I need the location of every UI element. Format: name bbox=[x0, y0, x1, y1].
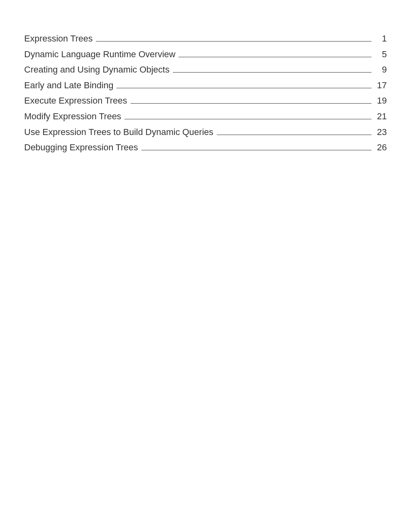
toc-entry: Use Expression Trees to Build Dynamic Qu… bbox=[24, 127, 387, 138]
toc-page-number: 23 bbox=[375, 127, 387, 138]
toc-leader bbox=[131, 103, 372, 104]
toc-entry: Modify Expression Trees 21 bbox=[24, 111, 387, 123]
toc-title[interactable]: Use Expression Trees to Build Dynamic Qu… bbox=[24, 127, 214, 138]
toc-title[interactable]: Modify Expression Trees bbox=[24, 111, 121, 123]
toc-page-number: 21 bbox=[375, 111, 387, 123]
toc-entry: Debugging Expression Trees 26 bbox=[24, 142, 387, 154]
toc-title[interactable]: Execute Expression Trees bbox=[24, 95, 127, 107]
toc-page-number: 9 bbox=[375, 64, 387, 76]
toc-entry: Expression Trees 1 bbox=[24, 33, 387, 45]
toc-page-number: 5 bbox=[375, 49, 387, 60]
table-of-contents: Expression Trees 1 Dynamic Language Runt… bbox=[24, 33, 387, 154]
toc-page-number: 26 bbox=[375, 142, 387, 154]
toc-entry: Creating and Using Dynamic Objects 9 bbox=[24, 64, 387, 76]
toc-entry: Dynamic Language Runtime Overview 5 bbox=[24, 49, 387, 60]
toc-title[interactable]: Dynamic Language Runtime Overview bbox=[24, 49, 175, 60]
toc-leader bbox=[116, 88, 372, 88]
toc-entry: Execute Expression Trees 19 bbox=[24, 95, 387, 107]
toc-page-number: 17 bbox=[375, 80, 387, 91]
toc-title[interactable]: Expression Trees bbox=[24, 33, 93, 45]
toc-page-number: 1 bbox=[375, 33, 387, 45]
toc-leader bbox=[217, 135, 372, 135]
toc-entry: Early and Late Binding 17 bbox=[24, 80, 387, 91]
toc-title[interactable]: Debugging Expression Trees bbox=[24, 142, 138, 154]
toc-title[interactable]: Creating and Using Dynamic Objects bbox=[24, 64, 170, 76]
toc-leader bbox=[141, 150, 372, 150]
toc-page-number: 19 bbox=[375, 95, 387, 107]
toc-leader bbox=[125, 119, 372, 119]
toc-leader bbox=[96, 41, 372, 42]
toc-title[interactable]: Early and Late Binding bbox=[24, 80, 113, 91]
toc-leader bbox=[179, 57, 372, 57]
toc-leader bbox=[173, 72, 372, 73]
